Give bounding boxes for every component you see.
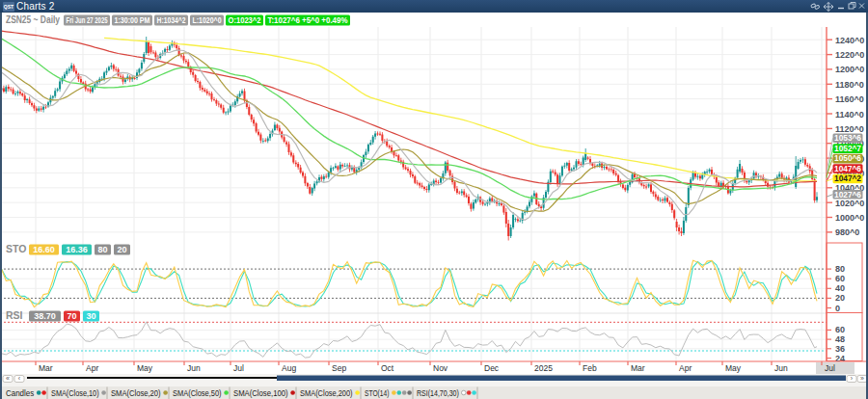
svg-text:Jul: Jul [825, 363, 835, 373]
svg-text:Sep: Sep [332, 363, 346, 373]
svg-text:38.70: 38.70 [34, 311, 56, 321]
svg-text:May: May [725, 363, 742, 373]
svg-text:1047^2: 1047^2 [834, 173, 861, 183]
svg-text:60: 60 [835, 274, 845, 283]
svg-text:SMA(Close,200): SMA(Close,200) [300, 388, 353, 398]
svg-text:1:30:00 PM: 1:30:00 PM [115, 15, 150, 25]
svg-text:May: May [137, 363, 153, 373]
svg-text:80: 80 [97, 245, 107, 254]
svg-text:Mar: Mar [39, 363, 53, 373]
svg-text:0: 0 [835, 304, 840, 313]
svg-text:RSI(14,70,30): RSI(14,70,30) [417, 388, 459, 398]
svg-text:1047^6: 1047^6 [834, 164, 861, 173]
svg-text:1052^7: 1052^7 [834, 144, 861, 153]
svg-text:Jun: Jun [774, 363, 788, 373]
svg-text:1053^6: 1053^6 [834, 133, 861, 143]
svg-text:STO: STO [6, 243, 26, 254]
svg-text:1020^0: 1020^0 [835, 199, 864, 208]
svg-text:SMA(Close,10): SMA(Close,10) [51, 388, 99, 398]
svg-text:SMA(Close,100): SMA(Close,100) [233, 388, 288, 398]
svg-text:Feb: Feb [583, 363, 597, 373]
svg-text:980^0: 980^0 [835, 227, 859, 237]
svg-text:Fri Jun 27 2025: Fri Jun 27 2025 [67, 15, 108, 25]
svg-text:Mar: Mar [631, 363, 645, 373]
svg-text:Oct: Oct [381, 363, 394, 373]
svg-text:1180^0: 1180^0 [835, 80, 864, 90]
svg-text:30: 30 [86, 311, 95, 321]
svg-text:1160^0: 1160^0 [835, 94, 864, 104]
svg-text:Aug: Aug [282, 363, 296, 373]
svg-text:1050^6: 1050^6 [834, 153, 861, 163]
svg-text:2025: 2025 [534, 363, 553, 373]
svg-text:20: 20 [117, 245, 126, 254]
svg-text:Apr: Apr [86, 363, 98, 373]
svg-text:40: 40 [835, 283, 845, 293]
svg-text:Apr: Apr [679, 363, 692, 373]
svg-text:16.60: 16.60 [33, 245, 55, 254]
svg-text:1027^6: 1027^6 [834, 190, 861, 200]
svg-text:60: 60 [835, 325, 845, 334]
svg-text:1000^0: 1000^0 [835, 213, 864, 223]
svg-text:1240^0: 1240^0 [835, 36, 864, 45]
svg-text:RSI: RSI [6, 309, 23, 321]
svg-text:L:1020^0: L:1020^0 [193, 15, 222, 25]
svg-text:T:1027^6 +5^0 +0.49%: T:1027^6 +5^0 +0.49% [268, 15, 348, 25]
svg-text:48: 48 [835, 334, 845, 344]
svg-text:Candles: Candles [6, 388, 35, 398]
svg-text:ZSN25 ~ Daily: ZSN25 ~ Daily [6, 14, 60, 25]
svg-text:80: 80 [835, 264, 845, 274]
svg-text:1140^0: 1140^0 [835, 110, 864, 120]
svg-text:Nov: Nov [433, 363, 448, 373]
svg-text:H:1034^2: H:1034^2 [157, 15, 186, 25]
svg-text:«: « [6, 375, 10, 382]
svg-text:Dec: Dec [484, 363, 500, 373]
svg-text:70: 70 [67, 311, 76, 321]
svg-text:1220^0: 1220^0 [835, 50, 864, 60]
svg-text:36: 36 [835, 344, 845, 354]
svg-text:20: 20 [835, 293, 845, 303]
svg-text:O:1023^2: O:1023^2 [229, 15, 261, 25]
svg-text:STO(14): STO(14) [365, 388, 389, 398]
svg-text:16.36: 16.36 [66, 245, 88, 254]
svg-text:1200^0: 1200^0 [835, 65, 864, 74]
svg-text:»: » [860, 375, 864, 382]
svg-text:SMA(Close,20): SMA(Close,20) [111, 388, 161, 398]
svg-text:SMA(Close,50): SMA(Close,50) [173, 388, 222, 398]
svg-text:Jul: Jul [233, 363, 244, 373]
svg-text:Jun: Jun [187, 363, 201, 373]
